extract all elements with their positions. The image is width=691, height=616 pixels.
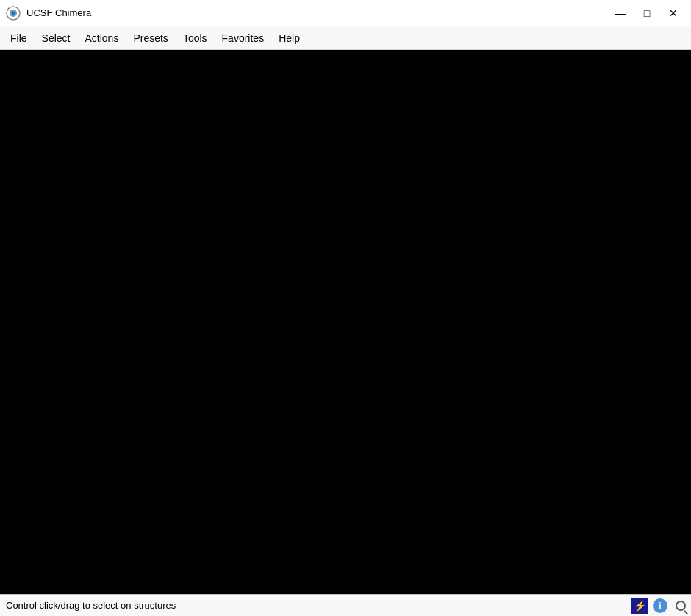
search-icon — [673, 598, 689, 614]
svg-point-2 — [12, 12, 15, 15]
lightning-button[interactable]: ⚡ — [629, 595, 650, 617]
info-button[interactable]: i — [650, 595, 670, 617]
info-icon: i — [653, 598, 667, 613]
menu-item-file[interactable]: File — [3, 29, 35, 47]
status-text: Control click/drag to select on structur… — [0, 600, 629, 611]
close-button[interactable]: ✕ — [662, 3, 685, 24]
menu-item-help[interactable]: Help — [271, 29, 307, 47]
menu-bar: File Select Actions Presets Tools Favori… — [0, 26, 691, 50]
minimize-button[interactable]: — — [609, 3, 632, 24]
menu-item-presets[interactable]: Presets — [126, 29, 175, 47]
lightning-icon: ⚡ — [631, 598, 648, 614]
menu-item-select[interactable]: Select — [35, 29, 78, 47]
menu-item-actions[interactable]: Actions — [77, 29, 126, 47]
main-viewport[interactable] — [0, 50, 691, 594]
title-bar: UCSF Chimera — □ ✕ — [0, 0, 691, 26]
status-icons: ⚡ i — [629, 595, 691, 616]
app-icon — [6, 6, 21, 21]
app-title: UCSF Chimera — [26, 7, 91, 18]
status-bar: Control click/drag to select on structur… — [0, 594, 691, 616]
menu-item-favorites[interactable]: Favorites — [215, 29, 272, 47]
window-controls: — □ ✕ — [609, 3, 685, 24]
maximize-button[interactable]: □ — [635, 3, 659, 24]
title-bar-left: UCSF Chimera — [6, 6, 91, 21]
search-button[interactable] — [670, 595, 691, 617]
menu-item-tools[interactable]: Tools — [176, 29, 215, 47]
